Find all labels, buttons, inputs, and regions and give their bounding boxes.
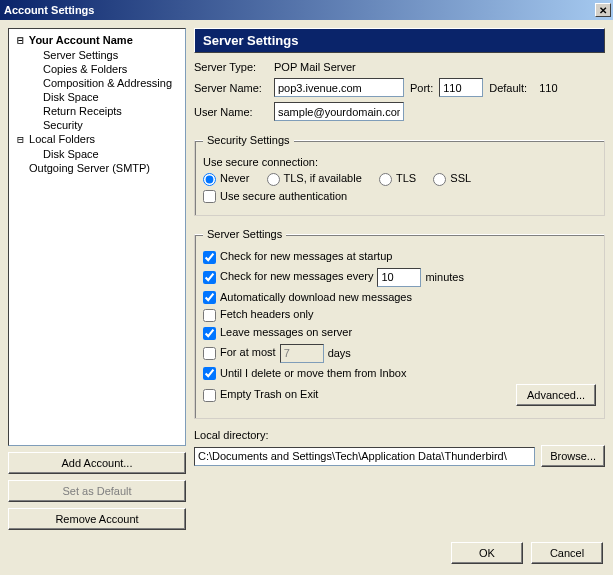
empty-trash-option[interactable]: Empty Trash on Exit [203, 388, 318, 402]
auto-download-option[interactable]: Automatically download new messages [203, 291, 412, 305]
local-directory-input[interactable] [194, 447, 535, 466]
server-legend: Server Settings [203, 228, 286, 240]
secure-tls-radio[interactable] [379, 173, 392, 186]
local-directory-label: Local directory: [194, 429, 605, 441]
server-type-label: Server Type: [194, 61, 268, 73]
security-settings-group: Security Settings Use secure connection:… [194, 134, 605, 216]
server-type-value: POP Mail Server [274, 61, 356, 73]
account-tree[interactable]: ⊟ Your Account Name Server Settings Copi… [8, 28, 186, 446]
security-legend: Security Settings [203, 134, 294, 146]
empty-trash-checkbox[interactable] [203, 389, 216, 402]
tree-local-folders[interactable]: ⊟ Local Folders [11, 132, 183, 147]
tree-account-root[interactable]: ⊟ Your Account Name [11, 33, 183, 48]
check-every-option[interactable]: Check for new messages every [203, 270, 373, 284]
tree-item-copies-folders[interactable]: Copies & Folders [39, 62, 183, 76]
for-at-most-input [280, 344, 324, 363]
add-account-button[interactable]: Add Account... [8, 452, 186, 474]
tree-local-label: Local Folders [29, 133, 95, 145]
dialog-footer: OK Cancel [0, 542, 613, 574]
check-startup-option[interactable]: Check for new messages at startup [203, 250, 392, 264]
tree-item-local-disk-space[interactable]: Disk Space [39, 147, 183, 161]
secure-never-option[interactable]: Never [203, 172, 249, 186]
cancel-button[interactable]: Cancel [531, 542, 603, 564]
check-every-checkbox[interactable] [203, 271, 216, 284]
default-port-value: 110 [539, 82, 557, 94]
panel-title: Server Settings [194, 28, 605, 53]
for-at-most-option[interactable]: For at most [203, 346, 276, 360]
ok-button[interactable]: OK [451, 542, 523, 564]
secure-auth-checkbox[interactable] [203, 190, 216, 203]
advanced-button[interactable]: Advanced... [516, 384, 596, 406]
secure-tls-avail-radio[interactable] [267, 173, 280, 186]
fetch-headers-checkbox[interactable] [203, 309, 216, 322]
right-column: Server Settings Server Type: POP Mail Se… [194, 28, 605, 534]
tree-item-disk-space[interactable]: Disk Space [39, 90, 183, 104]
check-startup-checkbox[interactable] [203, 251, 216, 264]
collapse-icon[interactable]: ⊟ [15, 34, 26, 47]
tree-item-return-receipts[interactable]: Return Receipts [39, 104, 183, 118]
check-every-input[interactable] [377, 268, 421, 287]
use-secure-label: Use secure connection: [203, 156, 596, 168]
check-every-minutes: minutes [425, 271, 464, 283]
tree-item-server-settings[interactable]: Server Settings [39, 48, 183, 62]
tree-item-composition[interactable]: Composition & Addressing [39, 76, 183, 90]
secure-never-radio[interactable] [203, 173, 216, 186]
window-title: Account Settings [4, 4, 94, 16]
secure-ssl-option[interactable]: SSL [433, 172, 471, 186]
auto-download-checkbox[interactable] [203, 291, 216, 304]
for-at-most-checkbox[interactable] [203, 347, 216, 360]
titlebar: Account Settings ✕ [0, 0, 613, 20]
collapse-icon[interactable]: ⊟ [15, 133, 26, 146]
secure-tls-option[interactable]: TLS [379, 172, 416, 186]
leave-server-option[interactable]: Leave messages on server [203, 326, 352, 340]
until-delete-option[interactable]: Until I delete or move them from Inbox [203, 367, 406, 381]
secure-ssl-radio[interactable] [433, 173, 446, 186]
server-settings-group: Server Settings Check for new messages a… [194, 228, 605, 419]
tree-item-security[interactable]: Security [39, 118, 183, 132]
port-label: Port: [410, 82, 433, 94]
browse-button[interactable]: Browse... [541, 445, 605, 467]
leave-server-checkbox[interactable] [203, 327, 216, 340]
secure-auth-option[interactable]: Use secure authentication [203, 190, 347, 204]
tree-account-label: Your Account Name [29, 34, 133, 46]
for-at-most-days: days [328, 347, 351, 359]
server-name-label: Server Name: [194, 82, 268, 94]
remove-account-button[interactable]: Remove Account [8, 508, 186, 530]
user-name-input[interactable] [274, 102, 404, 121]
fetch-headers-option[interactable]: Fetch headers only [203, 308, 314, 322]
tree-smtp[interactable]: Outgoing Server (SMTP) [11, 161, 183, 175]
set-default-button: Set as Default [8, 480, 186, 502]
default-port-label: Default: [489, 82, 527, 94]
close-button[interactable]: ✕ [595, 3, 611, 17]
dialog-body: ⊟ Your Account Name Server Settings Copi… [0, 20, 613, 542]
secure-tls-avail-option[interactable]: TLS, if available [267, 172, 362, 186]
port-input[interactable] [439, 78, 483, 97]
left-column: ⊟ Your Account Name Server Settings Copi… [8, 28, 186, 534]
until-delete-checkbox[interactable] [203, 367, 216, 380]
user-name-label: User Name: [194, 106, 268, 118]
server-name-input[interactable] [274, 78, 404, 97]
